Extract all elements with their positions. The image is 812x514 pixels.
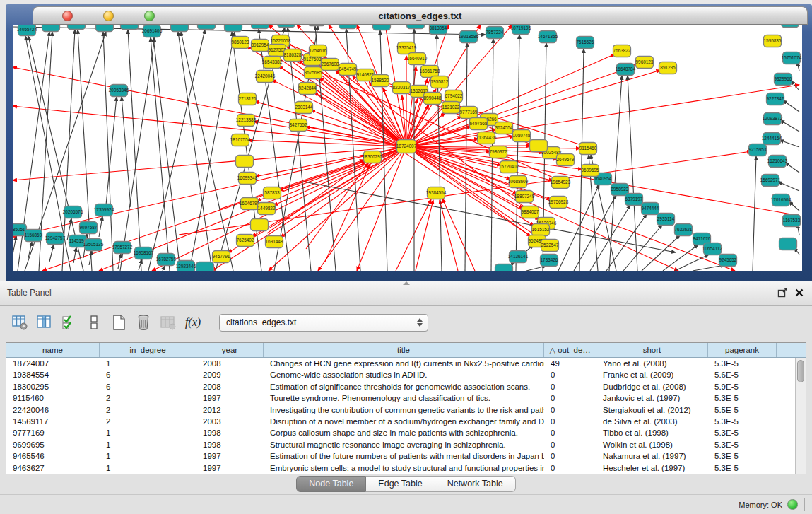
graph-node[interactable]: 3675685 [305,67,322,79]
graph-node[interactable]: 10688609 [508,176,529,188]
column-visibility-icon[interactable] [36,314,53,331]
tab-node-table[interactable]: Node Table [296,476,366,492]
graph-node[interactable]: 8912954 [252,40,269,52]
graph-node[interactable]: 12213383 [236,115,257,127]
table-row[interactable]: 946362711997Embryonic stem cells: a mode… [6,462,795,474]
graph-node[interactable]: 7857224 [486,27,504,39]
column-header-in_degree[interactable]: in_degree [100,343,196,357]
graph-node[interactable]: 10654112 [702,243,722,255]
graph-node[interactable]: 20053346 [109,85,129,97]
graph-node[interactable]: 587833 [264,187,281,199]
graph-node[interactable]: 891235 [659,62,677,74]
graph-node[interactable]: 8454749 [339,64,357,76]
graph-node[interactable]: 9960123 [636,57,654,69]
split-divider-handle[interactable] [403,281,410,285]
graph-node[interactable]: 16210643 [767,156,788,168]
graph-node[interactable]: 20206576 [63,206,83,218]
graph-node[interactable]: 9777169 [460,107,478,119]
graph-node[interactable]: 16640910 [407,53,428,65]
graph-node[interactable]: 7515526 [577,37,594,49]
graph-node[interactable] [68,25,86,30]
column-header-title[interactable]: title [264,343,544,357]
graph-node[interactable]: 1621022 [442,102,460,114]
graph-edge[interactable] [780,120,799,132]
graph-edge[interactable] [623,225,662,271]
graph-node[interactable]: 8813054 [430,25,447,35]
column-header-pagerank[interactable]: pagerank [708,343,777,357]
graph-node[interactable]: 6497568 [470,118,488,130]
graph-node[interactable]: 16046798 [240,198,260,210]
graph-node[interactable]: 7955812 [431,76,449,88]
graph-node[interactable]: 3624554 [495,122,513,134]
graph-node[interactable]: 9329966 [775,74,792,86]
graph-edge[interactable] [783,100,799,112]
graph-node[interactable]: 21364436 [476,132,497,144]
table-row[interactable]: 1830029562008Estimation of significance … [6,381,795,392]
graph-node[interactable] [121,25,139,30]
graph-node[interactable]: 19218586 [459,31,479,43]
graph-edge[interactable] [13,67,406,146]
graph-node[interactable]: 2649579 [557,154,575,166]
graph-edge[interactable] [590,205,630,271]
graph-edge[interactable] [516,35,519,271]
graph-node[interactable]: 12942757 [45,233,66,245]
scrollbar-thumb[interactable] [797,360,804,382]
graph-edge[interactable] [579,49,584,271]
graph-edge[interactable] [442,199,475,271]
table-row[interactable]: 911546021997Tourette syndrome. Phenomeno… [6,392,795,404]
graph-node[interactable]: 9097587 [80,222,98,234]
tab-network-table[interactable]: Network Table [435,476,516,492]
graph-node[interactable]: 1595835 [764,35,782,47]
graph-edge[interactable] [778,182,799,191]
graph-node[interactable]: 6966160 [407,25,425,29]
table-row[interactable]: 1456911722003Disruption of a novel membe… [6,416,795,427]
graph-node[interactable]: 16543382 [262,57,283,69]
column-header-short[interactable]: short [596,343,708,357]
graph-node[interactable]: 12444154 [762,133,782,145]
graph-node[interactable]: 7632621 [675,224,693,236]
graph-node[interactable]: 12923446 [176,261,196,271]
graph-node[interactable]: 2522547 [541,240,559,252]
graph-node[interactable]: 20691406 [142,25,163,37]
table-select-dropdown[interactable]: citations_edges.txt [219,314,428,332]
graph-edge[interactable] [789,201,799,211]
graph-node[interactable] [171,25,189,32]
graph-node[interactable] [252,25,269,29]
column-header-out_de[interactable]: △ out_de… [544,343,596,357]
graph-node[interactable]: 7663822 [613,45,631,57]
graph-node[interactable]: 18807249 [514,191,535,203]
graph-node[interactable]: 15720407 [499,161,519,173]
graph-node[interactable]: 9115460 [579,143,597,155]
graph-node[interactable]: 2867608 [322,59,339,71]
graph-node[interactable]: 9242844 [299,83,317,95]
graph-edge[interactable] [311,110,406,146]
graph-edge[interactable] [785,163,799,173]
graph-node[interactable]: 17957272 [112,242,133,254]
graph-edge[interactable] [49,245,54,262]
graph-node[interactable] [495,264,513,271]
graph-node[interactable]: 16782759 [156,254,177,266]
graph-node[interactable]: 2803144 [295,102,313,114]
import-table-icon[interactable] [160,314,177,331]
table-row[interactable]: 977716911998Corpus callosum shape and si… [6,427,795,438]
graph-node[interactable]: 1588520 [372,75,389,87]
citation-network-graph[interactable]: 1872400714055724206914061065324716053809… [13,25,802,271]
graph-node[interactable]: 1754616 [310,45,327,57]
table-row[interactable]: 2242004622012Investigating the contribut… [6,404,795,416]
graph-node[interactable]: 9245652 [719,255,737,267]
graph-edge[interactable] [281,146,406,238]
graph-node[interactable] [42,25,60,32]
graph-node[interactable]: 1167533 [783,215,801,227]
graph-node[interactable]: 9474444 [642,203,659,215]
graph-node[interactable] [225,25,242,32]
graph-node[interactable]: 18107554 [230,134,251,146]
graph-edge[interactable] [267,161,366,233]
graph-node[interactable]: 10653247 [276,25,297,28]
graph-edge[interactable] [663,245,698,271]
graph-node[interactable]: 7625402 [237,235,254,247]
function-builder-icon[interactable]: f(x) [184,314,201,331]
graph-node[interactable] [251,219,269,231]
tab-edge-table[interactable]: Edge Table [366,476,435,492]
network-canvas[interactable]: 1872400714055724206914061065324716053809… [13,25,802,271]
table-row[interactable]: 1938455462009Genome-wide association stu… [6,369,795,380]
